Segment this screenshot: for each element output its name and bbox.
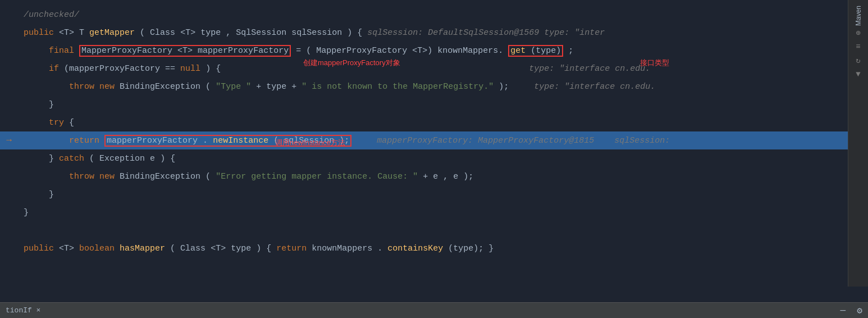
indent <box>24 154 44 163</box>
punct: , <box>226 28 236 38</box>
sidebar-icon1: ⊕ <box>856 28 860 38</box>
code-content: } catch ( Exception e ) { <box>18 154 848 163</box>
punct: ( <box>170 244 175 253</box>
kw-boolean: boolean <box>79 244 120 253</box>
sidebar-icon4: ▼ <box>856 70 860 79</box>
kw-public2: public <box>24 244 59 253</box>
kw-final: final <box>49 46 79 56</box>
code-content: try { <box>18 118 848 128</box>
code-content: } <box>18 100 848 110</box>
punct: ); <box>339 136 349 146</box>
punct: ); <box>463 172 473 181</box>
code-line: throw new BindingException ( "Error gett… <box>0 167 848 185</box>
code-line: /unchecked/ <box>0 6 848 24</box>
punct: ( <box>273 136 278 146</box>
hint-return: mapperProxyFactory: MapperProxyFactory@1… <box>357 136 670 146</box>
var-mpf2: mapperProxyFactory <box>107 136 198 146</box>
code-editor: /unchecked/ public <T> T getMapper ( Cla… <box>0 0 848 303</box>
kw-new2: new <box>99 172 120 181</box>
close-brace2: } <box>49 154 59 163</box>
code-line-hasmapper: public <T> boolean hasMapper ( Class <T>… <box>0 239 848 257</box>
var-knownmappers: knownMappers <box>312 244 372 253</box>
class-name: SqlSession <box>236 28 291 38</box>
kw-return: return <box>69 136 104 146</box>
indent <box>24 46 44 56</box>
class-name: MapperProxyFactory <box>81 46 172 56</box>
method-newinstance: newInstance <box>213 136 268 146</box>
indent <box>24 190 44 199</box>
kw-try: try <box>49 118 69 128</box>
close-brace4: } <box>24 208 29 217</box>
var-type: type <box>266 82 291 92</box>
op-eq: = ( <box>296 46 311 56</box>
punct: ) { <box>160 154 175 163</box>
sidebar-icon2: ≡ <box>856 42 860 51</box>
var: type <box>200 28 221 38</box>
op-plus: + <box>256 82 266 92</box>
box-get-type: get (type) <box>508 45 563 57</box>
code-content: throw new BindingException ( "Error gett… <box>18 172 848 181</box>
punct: , <box>443 172 453 181</box>
str-error: "Error getting mapper instance. Cause: " <box>216 172 418 181</box>
var: sqlSession <box>291 28 342 38</box>
punct: (type); } <box>448 244 494 253</box>
method-getmapper: getMapper <box>89 28 135 38</box>
code-line-highlighted: → return mapperProxyFactory . newInstanc… <box>0 131 848 149</box>
punct: ); <box>499 82 529 92</box>
punct: <T> <box>59 244 79 253</box>
kw-throw: throw <box>69 82 99 92</box>
punct: <T> <box>180 28 200 38</box>
close-brace3: } <box>49 190 54 199</box>
method-hasmapper: hasMapper <box>120 244 165 253</box>
punct: ) { <box>256 244 276 253</box>
kw-return2: return <box>276 244 312 253</box>
code-line: } <box>0 203 848 221</box>
indent <box>24 172 64 181</box>
punct: <T> <box>177 46 198 56</box>
indent <box>24 136 64 146</box>
var-e: e <box>150 154 155 163</box>
class-name: Class <box>150 28 175 38</box>
close-brace1: } <box>49 100 54 110</box>
bottom-bar-file[interactable]: tionIf × <box>6 306 40 315</box>
class-binding-ex2: BindingException <box>120 172 200 181</box>
code-line: if (mapperProxyFactory == null ) { type:… <box>0 60 848 78</box>
punct: { <box>69 118 74 128</box>
gear-icon[interactable]: ⚙ <box>857 305 862 316</box>
sidebar-icon3: ↻ <box>856 56 860 65</box>
minus-icon[interactable]: — <box>840 306 846 316</box>
punct: . <box>203 136 208 146</box>
class-exception: Exception <box>99 154 150 163</box>
code-line: final MapperProxyFactory <T> mapperProxy… <box>0 42 848 60</box>
code-content: } <box>18 208 848 217</box>
kw-if: if <box>49 64 64 74</box>
code-line: } catch ( Exception e ) { <box>0 149 848 167</box>
punct: (mapperProxyFactory == <box>64 64 180 74</box>
box-mapper-factory-type: MapperProxyFactory <T> mapperProxyFactor… <box>79 45 291 57</box>
punct: ( <box>140 28 145 38</box>
punct: (type) <box>531 46 561 56</box>
right-sidebar: Maven ⊕ ≡ ↻ ▼ <box>848 0 868 287</box>
punct: <T> T <box>59 28 89 38</box>
code-content: public <T> boolean hasMapper ( Class <T>… <box>18 244 848 253</box>
maven-label: Maven <box>855 6 862 26</box>
code-content: } <box>18 190 848 199</box>
indent <box>24 64 44 74</box>
op-plus3: + <box>423 172 433 181</box>
code-line: } <box>0 96 848 113</box>
var-type2: type <box>231 244 251 253</box>
code-line: public <T> T getMapper ( Class <T> type … <box>0 24 848 42</box>
punct: ( <box>205 82 211 92</box>
punct: <T>) knownMappers. <box>412 46 503 56</box>
var-e3: e <box>453 172 458 181</box>
method-get: get <box>510 46 526 56</box>
box-newinstance: mapperProxyFactory . newInstance ( sqlSe… <box>104 135 351 147</box>
bottom-bar: tionIf × — ⚙ <box>0 302 868 318</box>
punct: ) { <box>347 28 367 38</box>
indent <box>24 82 64 92</box>
str-type: "Type " <box>216 82 256 92</box>
code-line: throw new BindingException ( "Type " + t… <box>0 78 848 96</box>
var-sqlsession: sqlSession <box>284 136 334 146</box>
hint-if: type: "interface cn.edu. <box>226 64 650 74</box>
arrow-icon: → <box>6 135 12 146</box>
